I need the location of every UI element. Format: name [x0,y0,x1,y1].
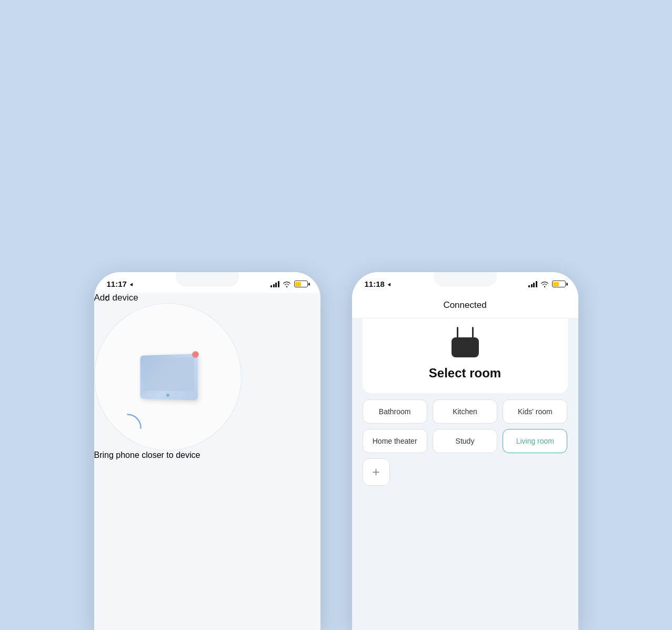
page-title-2: Connected [443,300,486,311]
location-icon-2: ▲ [386,280,394,287]
time-1: 11:17 [107,279,127,288]
notch-2 [434,272,497,287]
status-icons-2 [528,281,566,287]
back-button-1[interactable]: ‹ [105,293,108,304]
scan-circle [94,303,242,451]
status-time-1: 11:17 ▲ [107,279,135,288]
room-button-study[interactable]: Study [433,429,497,453]
status-icons-1 [270,281,308,287]
room-button-kidsroom[interactable]: Kids' room [503,399,567,424]
signal-icon-2 [528,281,537,287]
notch-1 [176,272,239,287]
phone-connected: 11:18 ▲ Connected [352,272,578,630]
time-2: 11:18 [365,279,385,288]
room-button-hometheater[interactable]: Home theater [363,429,427,453]
room-row-3: + [363,458,568,486]
add-room-button[interactable]: + [363,458,390,486]
select-room-title: Select room [429,366,501,381]
page-header-2: Connected [352,293,578,318]
page-header-1: ‹ Add device [94,293,320,303]
add-device-bottom-text: Bring phone closer to device [94,451,320,460]
scan-arc-icon [113,413,142,442]
status-time-2: 11:18 ▲ [365,279,393,288]
room-button-livingroom[interactable]: Living room [503,429,567,453]
battery-icon-1 [294,281,308,287]
device-illustration [134,351,202,403]
room-row-2: Home theater Study Living room [363,429,568,453]
add-device-content: Bring phone closer to device [94,303,320,460]
wifi-icon-1 [283,281,291,287]
phone-add-device: 11:17 ▲ ‹ Add device [94,272,320,630]
room-grid: Bathroom Kitchen Kids' room Home theater… [363,399,568,486]
room-row-1: Bathroom Kitchen Kids' room [363,399,568,424]
room-button-kitchen[interactable]: Kitchen [433,399,497,424]
page-title-1: Add device [94,293,138,303]
svg-point-0 [114,415,141,441]
wifi-icon-2 [540,281,549,287]
connected-card: Select room [363,318,568,393]
router-icon [449,331,481,357]
connected-content: Select room Bathroom Kitchen Kids' room … [352,318,578,630]
room-button-bathroom[interactable]: Bathroom [363,399,427,424]
location-icon-1: ▲ [128,280,136,287]
signal-icon-1 [270,281,279,287]
battery-icon-2 [552,281,566,287]
